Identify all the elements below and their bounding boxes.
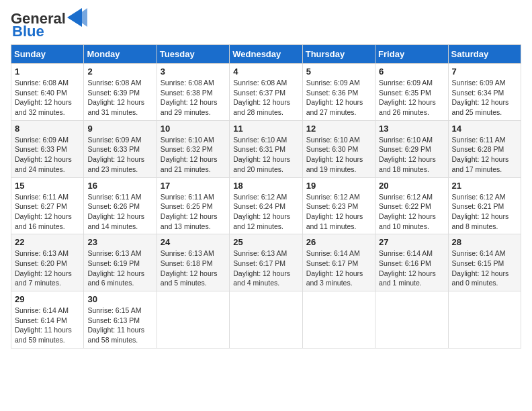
calendar-cell bbox=[230, 291, 302, 349]
day-number: 6 bbox=[379, 66, 444, 77]
day-number: 22 bbox=[15, 237, 80, 247]
calendar-cell: 4 Sunrise: 6:08 AMSunset: 6:37 PMDayligh… bbox=[230, 64, 302, 121]
day-info: Sunrise: 6:10 AMSunset: 6:29 PMDaylight:… bbox=[379, 136, 436, 173]
day-number: 21 bbox=[452, 181, 517, 191]
calendar-cell: 3 Sunrise: 6:08 AMSunset: 6:38 PMDayligh… bbox=[157, 64, 229, 121]
calendar-cell bbox=[448, 291, 521, 349]
day-number: 18 bbox=[233, 181, 298, 191]
calendar-cell: 6 Sunrise: 6:09 AMSunset: 6:35 PMDayligh… bbox=[375, 64, 448, 121]
day-info: Sunrise: 6:14 AMSunset: 6:17 PMDaylight:… bbox=[306, 249, 363, 287]
calendar-cell: 24 Sunrise: 6:13 AMSunset: 6:18 PMDaylig… bbox=[157, 234, 229, 291]
day-number: 25 bbox=[233, 237, 298, 247]
day-info: Sunrise: 6:12 AMSunset: 6:23 PMDaylight:… bbox=[306, 193, 363, 230]
day-info: Sunrise: 6:09 AMSunset: 6:33 PMDaylight:… bbox=[15, 136, 72, 173]
calendar-cell bbox=[375, 291, 448, 349]
day-info: Sunrise: 6:13 AMSunset: 6:20 PMDaylight:… bbox=[15, 249, 72, 287]
calendar-cell: 14 Sunrise: 6:11 AMSunset: 6:28 PMDaylig… bbox=[448, 120, 521, 177]
day-info: Sunrise: 6:08 AMSunset: 6:39 PMDaylight:… bbox=[87, 79, 144, 116]
day-number: 20 bbox=[379, 181, 444, 191]
day-number: 1 bbox=[15, 66, 80, 77]
day-number: 2 bbox=[87, 66, 152, 77]
calendar-cell: 10 Sunrise: 6:10 AMSunset: 6:32 PMDaylig… bbox=[157, 120, 229, 177]
day-number: 11 bbox=[233, 124, 298, 134]
calendar-cell: 11 Sunrise: 6:10 AMSunset: 6:31 PMDaylig… bbox=[230, 120, 302, 177]
calendar-cell: 17 Sunrise: 6:11 AMSunset: 6:25 PMDaylig… bbox=[157, 177, 229, 234]
day-info: Sunrise: 6:11 AMSunset: 6:25 PMDaylight:… bbox=[161, 193, 218, 230]
calendar-header-wednesday: Wednesday bbox=[230, 45, 302, 64]
day-number: 17 bbox=[161, 181, 226, 191]
calendar-header-thursday: Thursday bbox=[302, 45, 375, 64]
day-number: 4 bbox=[233, 66, 298, 77]
day-number: 15 bbox=[15, 181, 80, 191]
day-number: 14 bbox=[452, 124, 517, 134]
day-number: 24 bbox=[161, 237, 226, 247]
calendar-cell: 26 Sunrise: 6:14 AMSunset: 6:17 PMDaylig… bbox=[302, 234, 375, 291]
calendar-cell: 19 Sunrise: 6:12 AMSunset: 6:23 PMDaylig… bbox=[302, 177, 375, 234]
calendar-header-row: SundayMondayTuesdayWednesdayThursdayFrid… bbox=[11, 45, 521, 64]
day-info: Sunrise: 6:10 AMSunset: 6:31 PMDaylight:… bbox=[233, 136, 290, 173]
day-info: Sunrise: 6:09 AMSunset: 6:33 PMDaylight:… bbox=[87, 136, 144, 173]
day-info: Sunrise: 6:12 AMSunset: 6:24 PMDaylight:… bbox=[233, 193, 290, 230]
calendar-week-row: 29 Sunrise: 6:14 AMSunset: 6:14 PMDaylig… bbox=[11, 291, 521, 349]
calendar-cell: 8 Sunrise: 6:09 AMSunset: 6:33 PMDayligh… bbox=[11, 120, 84, 177]
calendar-header-monday: Monday bbox=[84, 45, 157, 64]
page-header: General Blue bbox=[11, 11, 521, 39]
calendar-cell: 22 Sunrise: 6:13 AMSunset: 6:20 PMDaylig… bbox=[11, 234, 84, 291]
day-info: Sunrise: 6:14 AMSunset: 6:15 PMDaylight:… bbox=[452, 249, 509, 287]
day-info: Sunrise: 6:11 AMSunset: 6:27 PMDaylight:… bbox=[15, 193, 72, 230]
calendar-cell: 25 Sunrise: 6:13 AMSunset: 6:17 PMDaylig… bbox=[230, 234, 302, 291]
day-info: Sunrise: 6:10 AMSunset: 6:30 PMDaylight:… bbox=[306, 136, 363, 173]
day-number: 8 bbox=[15, 124, 80, 134]
calendar-header-tuesday: Tuesday bbox=[157, 45, 229, 64]
calendar-header-friday: Friday bbox=[375, 45, 448, 64]
day-info: Sunrise: 6:15 AMSunset: 6:13 PMDaylight:… bbox=[87, 306, 144, 344]
day-number: 30 bbox=[87, 294, 152, 304]
day-info: Sunrise: 6:13 AMSunset: 6:17 PMDaylight:… bbox=[233, 249, 290, 287]
calendar-header-saturday: Saturday bbox=[448, 45, 521, 64]
calendar-cell: 18 Sunrise: 6:12 AMSunset: 6:24 PMDaylig… bbox=[230, 177, 302, 234]
day-number: 16 bbox=[87, 181, 152, 191]
day-info: Sunrise: 6:09 AMSunset: 6:35 PMDaylight:… bbox=[379, 79, 436, 116]
calendar-cell: 12 Sunrise: 6:10 AMSunset: 6:30 PMDaylig… bbox=[302, 120, 375, 177]
logo: General Blue bbox=[11, 11, 87, 39]
day-info: Sunrise: 6:14 AMSunset: 6:14 PMDaylight:… bbox=[15, 306, 72, 344]
calendar-table: SundayMondayTuesdayWednesdayThursdayFrid… bbox=[11, 44, 521, 349]
day-number: 28 bbox=[452, 237, 517, 247]
day-number: 12 bbox=[306, 124, 371, 134]
calendar-cell: 1 Sunrise: 6:08 AMSunset: 6:40 PMDayligh… bbox=[11, 64, 84, 121]
day-info: Sunrise: 6:09 AMSunset: 6:36 PMDaylight:… bbox=[306, 79, 363, 116]
calendar-cell: 13 Sunrise: 6:10 AMSunset: 6:29 PMDaylig… bbox=[375, 120, 448, 177]
calendar-week-row: 15 Sunrise: 6:11 AMSunset: 6:27 PMDaylig… bbox=[11, 177, 521, 234]
calendar-week-row: 1 Sunrise: 6:08 AMSunset: 6:40 PMDayligh… bbox=[11, 64, 521, 121]
day-number: 5 bbox=[306, 66, 371, 77]
calendar-cell: 7 Sunrise: 6:09 AMSunset: 6:34 PMDayligh… bbox=[448, 64, 521, 121]
calendar-cell: 20 Sunrise: 6:12 AMSunset: 6:22 PMDaylig… bbox=[375, 177, 448, 234]
calendar-cell: 29 Sunrise: 6:14 AMSunset: 6:14 PMDaylig… bbox=[11, 291, 84, 349]
day-info: Sunrise: 6:10 AMSunset: 6:32 PMDaylight:… bbox=[161, 136, 218, 173]
calendar-cell: 2 Sunrise: 6:08 AMSunset: 6:39 PMDayligh… bbox=[84, 64, 157, 121]
day-info: Sunrise: 6:14 AMSunset: 6:16 PMDaylight:… bbox=[379, 249, 436, 287]
calendar-cell: 15 Sunrise: 6:11 AMSunset: 6:27 PMDaylig… bbox=[11, 177, 84, 234]
calendar-cell: 21 Sunrise: 6:12 AMSunset: 6:21 PMDaylig… bbox=[448, 177, 521, 234]
day-number: 3 bbox=[161, 66, 226, 77]
day-info: Sunrise: 6:13 AMSunset: 6:18 PMDaylight:… bbox=[161, 249, 218, 287]
day-number: 26 bbox=[306, 237, 371, 247]
calendar-header-sunday: Sunday bbox=[11, 45, 84, 64]
calendar-cell bbox=[157, 291, 229, 349]
day-info: Sunrise: 6:09 AMSunset: 6:34 PMDaylight:… bbox=[452, 79, 509, 116]
day-info: Sunrise: 6:11 AMSunset: 6:26 PMDaylight:… bbox=[87, 193, 144, 230]
day-info: Sunrise: 6:08 AMSunset: 6:37 PMDaylight:… bbox=[233, 79, 290, 116]
calendar-cell: 23 Sunrise: 6:13 AMSunset: 6:19 PMDaylig… bbox=[84, 234, 157, 291]
calendar-cell: 9 Sunrise: 6:09 AMSunset: 6:33 PMDayligh… bbox=[84, 120, 157, 177]
logo-arrow-icon bbox=[67, 8, 87, 27]
logo-blue: Blue bbox=[12, 24, 44, 39]
calendar-week-row: 8 Sunrise: 6:09 AMSunset: 6:33 PMDayligh… bbox=[11, 120, 521, 177]
day-info: Sunrise: 6:11 AMSunset: 6:28 PMDaylight:… bbox=[452, 136, 509, 173]
day-number: 9 bbox=[87, 124, 152, 134]
day-number: 27 bbox=[379, 237, 444, 247]
day-info: Sunrise: 6:08 AMSunset: 6:38 PMDaylight:… bbox=[161, 79, 218, 116]
calendar-cell: 30 Sunrise: 6:15 AMSunset: 6:13 PMDaylig… bbox=[84, 291, 157, 349]
calendar-week-row: 22 Sunrise: 6:13 AMSunset: 6:20 PMDaylig… bbox=[11, 234, 521, 291]
day-info: Sunrise: 6:12 AMSunset: 6:21 PMDaylight:… bbox=[452, 193, 509, 230]
day-number: 19 bbox=[306, 181, 371, 191]
